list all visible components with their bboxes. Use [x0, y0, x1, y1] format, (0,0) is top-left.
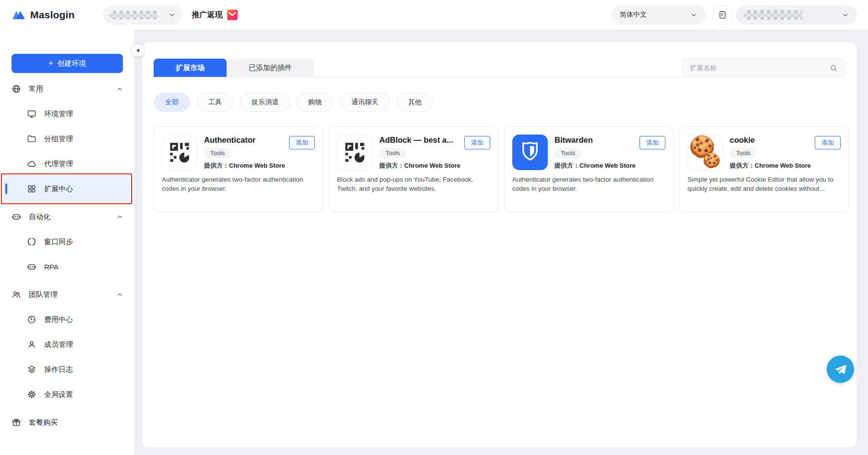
filter-all[interactable]: 全部 [154, 93, 190, 112]
search-icon[interactable] [830, 64, 838, 72]
sidebar-item-global-settings[interactable]: 全局设置 [0, 382, 134, 407]
extension-search-box [682, 58, 845, 77]
person-icon [27, 340, 36, 349]
sidebar-item-label: 成员管理 [44, 340, 73, 349]
sidebar-section-label: 自动化 [29, 212, 50, 221]
chevron-up-icon [116, 291, 123, 298]
gift-icon [12, 418, 21, 427]
brand-logo[interactable]: Maslogin [12, 9, 75, 21]
sidebar-item-label: 窗口同步 [44, 237, 73, 246]
sidebar-item-label: RPA [44, 263, 59, 271]
sidebar: + 创建环境 常用环境管理分组管理代理管理扩展中心自动化窗口同步RPA团队管理费… [0, 30, 134, 455]
language-selector[interactable]: 简体中文 [611, 5, 706, 25]
provider-value: Chrome Web Store [404, 162, 460, 169]
filter-communication[interactable]: 通讯聊天 [340, 93, 390, 112]
extension-title: Authenticator [204, 135, 288, 145]
chevron-down-icon [690, 11, 698, 19]
telegram-fab[interactable] [827, 356, 854, 383]
provider-label: 提供方： [555, 162, 579, 169]
sidebar-item-plan-purchase[interactable]: 套餐购买 [0, 410, 134, 435]
bitwarden-shield-icon [512, 135, 548, 170]
docs-button[interactable] [713, 5, 732, 25]
sidebar-item-label: 分组管理 [44, 135, 73, 144]
plus-icon: + [48, 59, 54, 68]
sidebar-section-label: 团队管理 [29, 290, 58, 299]
cloud-icon [27, 159, 36, 169]
promo-label: 推广返现 [192, 10, 223, 20]
sidebar-item-label: 代理管理 [44, 160, 73, 169]
tab-installed[interactable]: 已添加的插件 [227, 59, 314, 77]
extension-title: AdBlock — best a... [379, 135, 463, 145]
cookie-icon: 🍪🍪 [687, 135, 723, 170]
sidebar-item-operation-logs[interactable]: 操作日志 [0, 357, 134, 382]
qr-code-icon [162, 135, 197, 170]
redacted-workspace-name [109, 11, 157, 19]
tab-market[interactable]: 扩展市场 [154, 59, 227, 77]
user-account-dropdown[interactable] [736, 5, 857, 25]
workspace-dropdown[interactable] [103, 5, 182, 25]
gauge-icon [27, 315, 36, 324]
provider-label: 提供方： [204, 162, 229, 169]
category-tag: Tools [555, 148, 581, 159]
filter-shopping[interactable]: 购物 [297, 93, 333, 112]
add-extension-button[interactable]: 添加 [815, 136, 841, 149]
sidebar-item-label: 环境管理 [44, 110, 73, 119]
extension-description: Block ads and pop-ups on YouTube, Facebo… [337, 175, 490, 193]
provider-value: Chrome Web Store [229, 162, 285, 169]
sidebar-item-extension-center[interactable]: 扩展中心 [4, 176, 130, 201]
add-extension-button[interactable]: 添加 [464, 136, 490, 149]
extension-title: cookie [730, 135, 814, 145]
sidebar-item-billing-center[interactable]: 费用中心 [0, 307, 134, 332]
telegram-plane-icon [833, 362, 848, 377]
users-icon [12, 290, 21, 299]
globe-icon [12, 84, 21, 94]
provider-value: Chrome Web Store [579, 162, 636, 169]
sidebar-collapse-button[interactable] [132, 44, 144, 57]
sidebar-item-group-management[interactable]: 分组管理 [0, 126, 134, 151]
filter-entertainment[interactable]: 娱乐消遣 [240, 93, 290, 112]
sidebar-item-proxy-management[interactable]: 代理管理 [0, 151, 134, 176]
brand-name: Maslogin [30, 9, 75, 21]
extension-center-panel: 扩展市场已添加的插件 全部工具娱乐消遣购物通讯聊天其他 Authenticato… [142, 42, 856, 447]
sidebar-item-member-management[interactable]: 成员管理 [0, 332, 134, 357]
provider-line: 提供方：Chrome Web Store [204, 162, 288, 170]
cookie-emoji: 🍪 [703, 153, 721, 168]
gear-icon [27, 390, 36, 399]
sidebar-item-label: 费用中心 [44, 315, 73, 324]
tabs: 扩展市场已添加的插件 [154, 59, 314, 77]
monitor-icon [27, 109, 36, 119]
add-extension-button[interactable]: 添加 [639, 136, 665, 149]
sidebar-item-window-sync[interactable]: 窗口同步 [0, 229, 134, 254]
chevron-up-icon [116, 86, 123, 93]
chevron-down-icon [168, 11, 176, 19]
category-tag: Tools [379, 148, 406, 159]
sidebar-item-rpa[interactable]: RPA [0, 254, 134, 279]
promo-cashback-link[interactable]: 推广返现 [192, 10, 238, 20]
chevron-up-icon [116, 213, 123, 221]
provider-line: 提供方：Chrome Web Store [730, 162, 814, 170]
sidebar-nav: 常用环境管理分组管理代理管理扩展中心自动化窗口同步RPA团队管理费用中心成员管理… [0, 76, 134, 435]
add-extension-button[interactable]: 添加 [289, 136, 315, 149]
extension-search-input[interactable] [690, 64, 830, 72]
sidebar-section-team-management[interactable]: 团队管理 [0, 282, 134, 307]
create-environment-label: 创建环境 [57, 59, 86, 68]
maslogin-logo-icon [12, 9, 26, 21]
redacted-account-name [744, 10, 802, 20]
provider-label: 提供方： [730, 162, 755, 169]
robot-icon [27, 262, 36, 271]
top-bar: Maslogin 推广返现 简体中文 [0, 0, 868, 30]
sidebar-section-common[interactable]: 常用 [0, 76, 134, 101]
sidebar-section-automation[interactable]: 自动化 [0, 204, 134, 229]
sidebar-item-label: 操作日志 [44, 365, 73, 374]
sidebar-item-env-management[interactable]: 环境管理 [0, 101, 134, 126]
extension-card-cookie: 🍪🍪cookieTools提供方：Chrome Web StoreSimple … [679, 126, 849, 212]
filter-other[interactable]: 其他 [397, 93, 433, 112]
sidebar-item-label: 扩展中心 [44, 184, 73, 194]
filter-tools[interactable]: 工具 [197, 93, 233, 112]
provider-line: 提供方：Chrome Web Store [555, 162, 639, 170]
tabs-row: 扩展市场已添加的插件 [154, 59, 845, 77]
sidebar-item-label: 套餐购买 [29, 418, 58, 427]
language-label: 简体中文 [620, 11, 647, 19]
extension-description: Authenticator generates two-factor authe… [512, 175, 665, 193]
create-environment-button[interactable]: + 创建环境 [12, 54, 123, 73]
